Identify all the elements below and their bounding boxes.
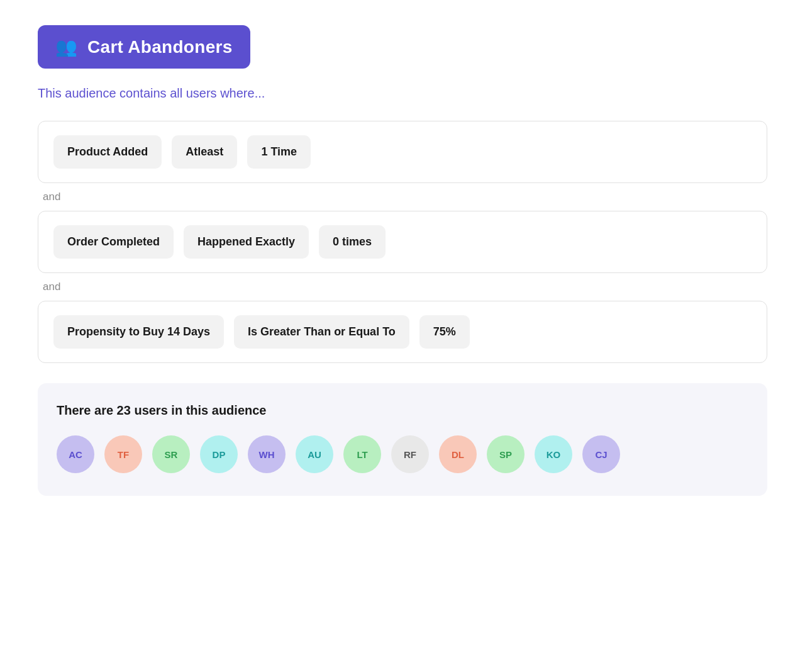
pill-75pct[interactable]: 75%: [419, 315, 470, 349]
avatars-row: ACTFSRDPWHAULTRFDLSPKOCJ: [57, 435, 748, 473]
audience-icon: 👥: [55, 36, 77, 57]
and-label-2: and: [43, 281, 767, 293]
avatar-sp: SP: [487, 435, 525, 473]
avatar-au: AU: [296, 435, 333, 473]
avatar-ac: AC: [57, 435, 94, 473]
avatar-lt: LT: [343, 435, 381, 473]
pill-happened-exactly[interactable]: Happened Exactly: [184, 225, 309, 259]
users-count-text: There are 23 users in this audience: [57, 403, 748, 418]
avatar-sr: SR: [152, 435, 190, 473]
users-section: There are 23 users in this audience ACTF…: [38, 383, 767, 496]
pill-propensity[interactable]: Propensity to Buy 14 Days: [53, 315, 224, 349]
pill-order-completed[interactable]: Order Completed: [53, 225, 174, 259]
pill-0-times[interactable]: 0 times: [319, 225, 386, 259]
pill-product-added[interactable]: Product Added: [53, 135, 162, 169]
audience-header-badge: 👥 Cart Abandoners: [38, 25, 250, 69]
pill-greater-equal[interactable]: Is Greater Than or Equal To: [234, 315, 409, 349]
condition-row-2: Order Completed Happened Exactly 0 times: [38, 211, 767, 273]
avatar-wh: WH: [248, 435, 286, 473]
audience-title: Cart Abandoners: [87, 37, 233, 57]
condition-row-3: Propensity to Buy 14 Days Is Greater Tha…: [38, 301, 767, 363]
avatar-tf: TF: [104, 435, 142, 473]
avatar-dp: DP: [200, 435, 238, 473]
avatar-cj: CJ: [582, 435, 620, 473]
avatar-rf: RF: [391, 435, 429, 473]
audience-subtitle: This audience contains all users where..…: [38, 86, 767, 101]
avatar-ko: KO: [535, 435, 572, 473]
and-label-1: and: [43, 191, 767, 203]
condition-row-1: Product Added Atleast 1 Time: [38, 121, 767, 183]
pill-1-time[interactable]: 1 Time: [247, 135, 311, 169]
avatar-dl: DL: [439, 435, 477, 473]
pill-atleast[interactable]: Atleast: [172, 135, 237, 169]
